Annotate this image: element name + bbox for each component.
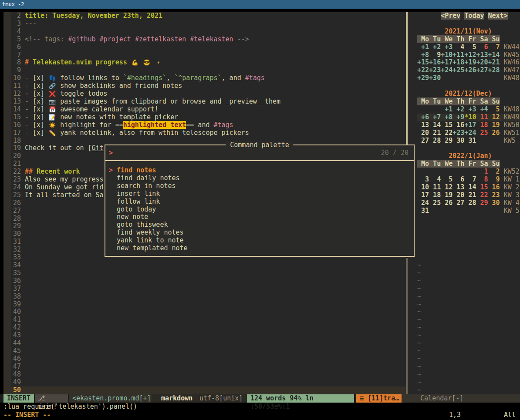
calendar-row[interactable]: [417, 20, 520, 28]
editor-line[interactable]: 37: [3, 285, 406, 293]
calendar-row[interactable]: +8 9+10+11+12+13+14 KW45: [417, 51, 520, 59]
editor-line[interactable]: 35: [3, 269, 406, 277]
palette-input[interactable]: > 20 / 20: [105, 145, 414, 161]
calendar-row[interactable]: 31 KW 5: [417, 207, 520, 215]
today-button[interactable]: Today: [464, 12, 484, 20]
palette-item[interactable]: goto today: [105, 206, 414, 214]
prev-button[interactable]: <Prev: [441, 12, 460, 20]
editor-line[interactable]: 39: [3, 301, 406, 309]
calendar-days: +23+24: [452, 129, 476, 137]
palette-item[interactable]: follow link: [105, 198, 414, 206]
editor-line[interactable]: 44: [3, 339, 406, 347]
calendar-row[interactable]: [417, 215, 520, 223]
editor-line[interactable]: 40: [3, 308, 406, 316]
editor-line[interactable]: 12- [x] ❌ toggle todos: [3, 90, 406, 98]
editor-line[interactable]: 10- [x] 👣 follow links to `#headings`, `…: [3, 74, 406, 82]
editor-line[interactable]: 17- [x] ✏️ yank notelink, also from wthi…: [3, 129, 406, 137]
editor-line[interactable]: 3---: [3, 20, 406, 28]
calendar-row[interactable]: 2021/11(Nov): [417, 28, 520, 36]
editor-line[interactable]: 45: [3, 347, 406, 355]
editor-line[interactable]: 36: [3, 277, 406, 285]
calendar-days: It all started on Sa: [25, 191, 104, 199]
calendar-row[interactable]: 17 18 19 20 21 22 23 KW 3: [417, 192, 520, 199]
calendar-row[interactable]: [417, 222, 520, 230]
editor-line[interactable]: 5<!-- tags: #github #project #zettelkast…: [3, 36, 406, 44]
palette-item[interactable]: insert link: [105, 190, 414, 198]
calendar-window[interactable]: <Prev Today Next> 2021/11(Nov) Mo Tu We …: [408, 12, 520, 394]
calendar-row[interactable]: +1 +2 +3 +4 5 KW48: [417, 106, 520, 114]
calendar-row[interactable]: 3 4 5 6 7 8 9 KW 1: [417, 176, 520, 184]
editor-line[interactable]: 48: [3, 371, 406, 379]
calendar-row[interactable]: Mo Tu We Th Fr Sa Su: [417, 160, 520, 168]
line-content: [21, 262, 25, 269]
calendar-current-week-row[interactable]: +6 +7 +8 +9*10 11 12 KW49: [417, 114, 520, 121]
command-line[interactable]: :lua require('telekasten').panel(): [3, 403, 520, 411]
editor-line[interactable]: 9: [3, 67, 406, 74]
calendar-row[interactable]: [417, 254, 520, 262]
calendar-row[interactable]: [417, 246, 520, 254]
calendar-days: +15+16+17+18+19+20+21: [417, 58, 500, 66]
line-content: [21, 67, 25, 74]
calendar-row[interactable]: [417, 238, 520, 246]
calendar-row[interactable]: +29+30 KW48: [417, 74, 520, 82]
palette-item[interactable]: new templated note: [105, 245, 414, 252]
text-segment: KW 1: [504, 175, 520, 183]
calendar-row[interactable]: [417, 82, 520, 90]
editor-line[interactable]: 4: [3, 28, 406, 36]
editor-line[interactable]: 2title: Tuesday, November 23th, 2021: [3, 12, 406, 20]
palette-item[interactable]: find weekly notes: [105, 229, 414, 237]
editor-line[interactable]: 47: [3, 363, 406, 371]
editor-line[interactable]: 15- [x] 📝 new notes with template picker: [3, 114, 406, 121]
calendar-row[interactable]: [417, 144, 520, 152]
mode-line: -- INSERT -- 1,3 All: [0, 411, 520, 420]
palette-item[interactable]: find daily notes: [105, 175, 414, 182]
editor-line[interactable]: 7: [3, 51, 406, 59]
calendar-row[interactable]: 13 14 15 16+17 18 19 KW50: [417, 121, 520, 129]
editor-line[interactable]: 38: [3, 293, 406, 301]
calendar-days: Also see my progress: [25, 175, 104, 183]
calendar-row[interactable]: <Prev Today Next>: [417, 12, 520, 20]
line-content: [21, 199, 25, 207]
text-segment: KW44: [504, 43, 520, 51]
calendar-row[interactable]: 1 2 KW52: [417, 168, 520, 176]
editor-line[interactable]: 8# Telekasten.nvim progress 💪 😎 ⚡: [3, 59, 406, 67]
palette-item[interactable]: search in notes: [105, 182, 414, 190]
editor-line[interactable]: 41: [3, 316, 406, 324]
calendar-row[interactable]: +1 +2 +3 4 5 6 7 KW44: [417, 44, 520, 51]
editor-line[interactable]: 14- [x] 📅 awesome calendar support!: [3, 106, 406, 114]
palette-item[interactable]: yank link to note: [105, 237, 414, 245]
emoji-icon: 📅: [48, 106, 56, 114]
editor-line[interactable]: 43: [3, 332, 406, 339]
editor-cursor-line[interactable]: 50: [3, 386, 406, 394]
editor-line[interactable]: 34: [3, 262, 406, 269]
line-content: [21, 222, 25, 230]
editor-line[interactable]: 18: [3, 137, 406, 145]
calendar-row[interactable]: [417, 230, 520, 238]
editor-line[interactable]: 13- [x] 📷 paste images from clipboard or…: [3, 98, 406, 106]
editor-line[interactable]: 46: [3, 355, 406, 363]
calendar-row[interactable]: 24 25 26 27 28 29 30 KW 4: [417, 199, 520, 207]
editor-line[interactable]: 6: [3, 44, 406, 51]
emoji-icon: ❌: [48, 90, 56, 98]
calendar-row[interactable]: 27 28 29 30 31 KW5: [417, 137, 520, 145]
palette-item[interactable]: goto thisweek: [105, 221, 414, 229]
palette-item[interactable]: new note: [105, 213, 414, 221]
calendar-row[interactable]: 20 21 22+23+24 25 26 KW51: [417, 129, 520, 137]
palette-item[interactable]: > find notes: [105, 167, 414, 175]
calendar-row[interactable]: 10 11 12 13 14 15 16 KW 2: [417, 184, 520, 192]
editor-line[interactable]: 42: [3, 324, 406, 332]
editor-line[interactable]: 11- [x] 🔗 show backlinks and friend note…: [3, 82, 406, 90]
calendar-row[interactable]: 2021/12(Dec): [417, 90, 520, 98]
calendar-row[interactable]: 2022/1(Jan): [417, 152, 520, 160]
editor-line[interactable]: 49: [3, 379, 406, 386]
calendar-row[interactable]: +22+23+24+25+26+27+28 KW47: [417, 67, 520, 74]
calendar-row[interactable]: Mo Tu We Th Fr Sa Su: [417, 98, 520, 106]
text-segment: #: [25, 58, 33, 66]
calendar-row[interactable]: Mo Tu We Th Fr Sa Su: [417, 36, 520, 44]
calendar-days: 15: [476, 183, 488, 191]
editor-line[interactable]: 16- [x] ☀️ highlight for ==highlighted t…: [3, 121, 406, 129]
calendar-row[interactable]: +15+16+17+18+19+20+21 KW46: [417, 59, 520, 67]
text-segment: KW45: [504, 51, 520, 59]
diagnostics-segment[interactable]: ≡ [11]tra…: [356, 394, 402, 403]
next-button[interactable]: Next>: [488, 12, 508, 20]
